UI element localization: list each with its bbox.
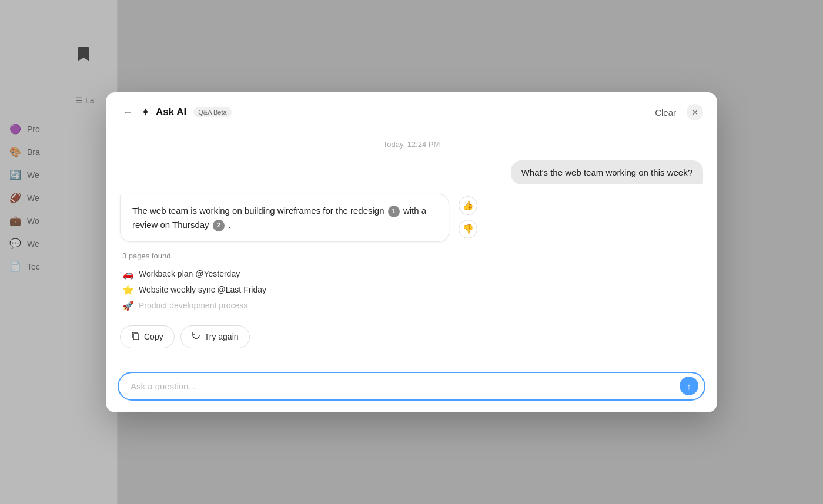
page-emoji-3: 🚀: [122, 300, 134, 311]
page-label-1: Workback plan @Yesterday: [139, 269, 240, 278]
page-item-3[interactable]: 🚀 Product development process: [122, 298, 701, 314]
thumbs-down-button[interactable]: 👎: [459, 220, 477, 238]
user-message-wrapper: What's the web team working on this week…: [120, 160, 703, 184]
sparkle-icon: ✦: [141, 106, 150, 119]
chat-area: Today, 12:24 PM What's the web team work…: [106, 130, 717, 365]
svg-rect-0: [133, 334, 139, 340]
chat-timestamp: Today, 12:24 PM: [120, 140, 703, 149]
send-icon: ↑: [687, 381, 691, 391]
send-button[interactable]: ↑: [680, 377, 698, 395]
copy-button[interactable]: Copy: [120, 325, 175, 348]
page-item-1[interactable]: 🚗 Workback plan @Yesterday: [122, 266, 701, 282]
try-again-button[interactable]: Try again: [180, 325, 250, 348]
clear-button[interactable]: Clear: [650, 105, 681, 120]
back-button[interactable]: ←: [120, 104, 135, 121]
thumbs-up-icon: 👍: [463, 200, 474, 211]
back-icon: ←: [122, 106, 133, 119]
ai-text-end: .: [228, 220, 230, 230]
collapse-button[interactable]: ✕: [687, 104, 703, 120]
collapse-icon: ✕: [692, 108, 698, 117]
try-again-icon: [192, 331, 200, 342]
citation-2[interactable]: 2: [213, 220, 225, 231]
beta-badge: Q&A Beta: [193, 107, 231, 117]
page-emoji-2: ⭐: [122, 284, 134, 295]
question-input[interactable]: [131, 381, 674, 391]
header-title: Ask AI: [156, 106, 186, 118]
page-emoji-1: 🚗: [122, 268, 134, 280]
pages-count: 3 pages found: [122, 251, 701, 260]
citation-1[interactable]: 1: [388, 206, 400, 217]
copy-icon: [131, 331, 140, 342]
user-message: What's the web team working on this week…: [511, 160, 703, 184]
action-buttons: Copy Try again: [120, 323, 703, 351]
page-item-2[interactable]: ⭐ Website weekly sync @Last Friday: [122, 282, 701, 298]
ai-message-wrapper: The web team is working on building wire…: [120, 194, 703, 242]
feedback-buttons: 👍 👎: [459, 194, 477, 238]
ask-ai-modal: ← ✦ Ask AI Q&A Beta Clear ✕ Today, 12:24…: [106, 92, 717, 412]
ai-text-part1: The web team is working on building wire…: [132, 206, 384, 216]
page-label-3: Product development process: [139, 301, 247, 310]
thumbs-down-icon: 👎: [463, 224, 474, 234]
modal-header: ← ✦ Ask AI Q&A Beta Clear ✕: [106, 92, 717, 130]
ai-bubble: The web team is working on building wire…: [120, 194, 449, 242]
question-input-wrap: ↑: [118, 372, 705, 401]
thumbs-up-button[interactable]: 👍: [459, 196, 477, 215]
copy-label: Copy: [144, 332, 163, 341]
pages-section: 3 pages found 🚗 Workback plan @Yesterday…: [120, 251, 703, 314]
try-again-label: Try again: [205, 332, 239, 341]
input-area: ↑: [106, 365, 717, 412]
page-label-2: Website weekly sync @Last Friday: [139, 285, 266, 294]
modal-overlay: ← ✦ Ask AI Q&A Beta Clear ✕ Today, 12:24…: [0, 0, 823, 504]
